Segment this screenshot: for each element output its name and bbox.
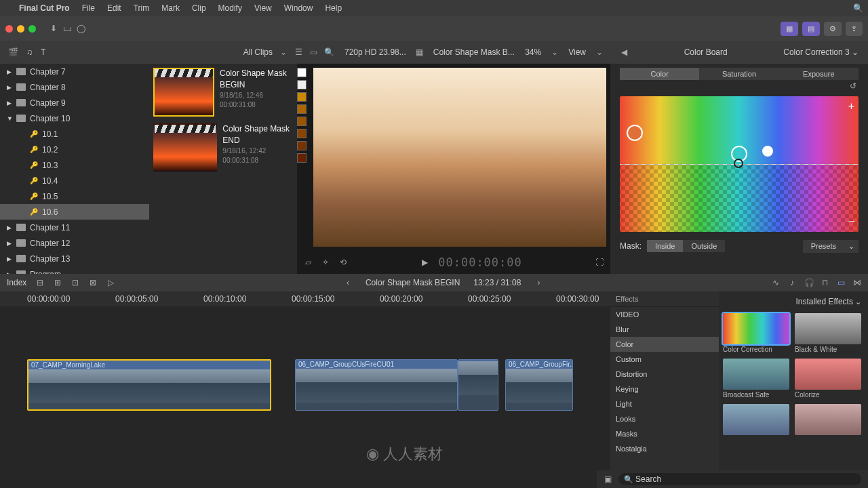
tab-saturation[interactable]: Saturation	[699, 68, 778, 80]
effects-category[interactable]: Distortion	[610, 367, 719, 382]
overwrite-icon[interactable]: ⊠	[89, 278, 97, 287]
color-puck-shadows[interactable]	[627, 125, 643, 141]
snap-icon[interactable]: ⊓	[821, 278, 829, 287]
close-window[interactable]	[5, 25, 13, 33]
color-puck-highlights[interactable]	[762, 146, 773, 157]
clip-settings-icon[interactable]: ▦	[416, 47, 424, 57]
transform-icon[interactable]: ▱	[304, 258, 312, 267]
effects-category[interactable]: Blur	[610, 322, 719, 337]
menu-trim[interactable]: Trim	[134, 3, 150, 13]
sidebar-item[interactable]: ▶Chapter 12	[0, 235, 149, 251]
audio-skim-icon[interactable]: ♪	[788, 278, 796, 287]
keyword-icon[interactable]: ⌴	[63, 24, 71, 33]
sidebar-item[interactable]: ▶Chapter 7	[0, 64, 149, 79]
timeline-clip[interactable]: 06_CAMP_GroupFir...	[505, 359, 573, 411]
fullscreen-icon[interactable]: ⛶	[595, 258, 604, 267]
retime-icon[interactable]: ⟲	[339, 258, 347, 267]
correction-menu[interactable]: Color Correction 3 ⌄	[783, 47, 859, 57]
sidebar-item[interactable]: ▼Chapter 10	[0, 110, 149, 126]
layout-inspector[interactable]: ⚙	[824, 22, 842, 36]
crop-icon[interactable]: ✧	[321, 258, 330, 267]
sidebar-item[interactable]: 🔑10.5	[0, 188, 149, 204]
insert-icon[interactable]: ⊞	[54, 278, 62, 287]
chevron-down-icon[interactable]: ⌄	[551, 47, 559, 57]
chevron-down-icon[interactable]: ⌄	[279, 47, 288, 57]
timeline[interactable]: 00:00:00:0000:00:05:0000:00:10:0000:00:1…	[0, 291, 610, 488]
menu-window[interactable]: Window	[284, 3, 313, 13]
viewer-canvas[interactable]	[313, 68, 606, 247]
index-button[interactable]: Index	[7, 278, 26, 287]
zoom-level[interactable]: 34%	[525, 47, 541, 57]
browser-clip[interactable]: Color Shape Mask END9/18/16, 12:4200:00:…	[153, 123, 293, 172]
minimize-window[interactable]	[17, 25, 24, 33]
panel-icon[interactable]: ▣	[604, 474, 612, 484]
color-board[interactable]: + −	[620, 96, 859, 232]
solo-icon[interactable]: 🎧	[804, 278, 812, 287]
effect-item[interactable]	[723, 404, 789, 436]
connect-icon[interactable]: ⊟	[36, 278, 44, 287]
timeline-clip[interactable]	[458, 359, 498, 411]
inspector-back-icon[interactable]: ◀	[620, 47, 628, 57]
sidebar-item[interactable]: 🔑10.1	[0, 126, 149, 142]
photos-icon[interactable]: ♫	[26, 47, 33, 57]
effects-category[interactable]: Nostalgia	[610, 441, 719, 456]
menu-clip[interactable]: Clip	[192, 3, 206, 13]
effects-category[interactable]: Looks	[610, 411, 719, 426]
swatch[interactable]	[297, 141, 307, 150]
sidebar-item[interactable]: ▶Chapter 8	[0, 79, 149, 95]
share-button[interactable]: ⇪	[846, 22, 863, 36]
effects-category[interactable]: Keying	[610, 382, 719, 396]
tab-exposure[interactable]: Exposure	[779, 68, 859, 80]
effects-category[interactable]: Custom	[610, 352, 719, 367]
timeline-clip[interactable]: 07_CAMP_MorningLake	[27, 359, 271, 411]
sidebar-item[interactable]: ▶Chapter 9	[0, 95, 149, 110]
effect-item[interactable]: Colorize	[795, 359, 861, 399]
timeline-clip[interactable]: 06_CAMP_GroupCUsFireCU01	[295, 359, 458, 411]
view-menu[interactable]: View	[568, 47, 586, 57]
reset-icon[interactable]: ↺	[849, 81, 857, 91]
timecode[interactable]: 00:00:00:00	[438, 256, 522, 269]
search-icon[interactable]: 🔍	[324, 47, 332, 57]
library-icon[interactable]: 🎬	[8, 47, 18, 57]
swatch[interactable]	[297, 92, 307, 102]
list-view-icon[interactable]: ☰	[294, 47, 302, 57]
history-fwd-icon[interactable]: ›	[534, 278, 542, 287]
search-icon[interactable]: 🔍	[853, 3, 861, 13]
color-puck-global[interactable]	[734, 159, 743, 168]
layout-browser[interactable]: ▦	[781, 22, 798, 36]
effect-item[interactable]: Black & White	[795, 313, 861, 353]
menu-modify[interactable]: Modify	[218, 3, 242, 13]
swatch[interactable]	[297, 117, 307, 126]
effects-icon[interactable]: ▭	[837, 278, 845, 287]
menu-help[interactable]: Help	[325, 3, 342, 13]
swatch[interactable]	[297, 129, 307, 138]
filmstrip-icon[interactable]: ▭	[309, 47, 317, 57]
effect-item[interactable]: Broadcast Safe	[723, 359, 789, 399]
mask-inside[interactable]: Inside	[647, 240, 683, 252]
menu-file[interactable]: File	[82, 3, 95, 13]
sidebar-item[interactable]: ▶Chapter 11	[0, 220, 149, 235]
append-icon[interactable]: ⊡	[71, 278, 79, 287]
clip-filter[interactable]: All Clips	[243, 47, 273, 57]
layout-timeline[interactable]: ▤	[802, 22, 820, 36]
timeline-ruler[interactable]: 00:00:00:0000:00:05:0000:00:10:0000:00:1…	[0, 291, 610, 306]
sidebar-item[interactable]: 🔑10.3	[0, 157, 149, 173]
transitions-icon[interactable]: ⋈	[853, 278, 861, 287]
menu-view[interactable]: View	[254, 3, 272, 13]
effect-item[interactable]	[795, 404, 861, 436]
installed-effects-label[interactable]: Installed Effects ⌄	[723, 296, 864, 308]
mask-outside[interactable]: Outside	[683, 240, 725, 252]
effects-category[interactable]: Masks	[610, 426, 719, 441]
zoom-window[interactable]	[28, 25, 36, 33]
sidebar-item[interactable]: 🔑10.4	[0, 173, 149, 188]
effects-category[interactable]: VIDEO	[610, 307, 719, 322]
history-back-icon[interactable]: ‹	[344, 278, 352, 287]
tab-color[interactable]: Color	[620, 68, 699, 80]
import-icon[interactable]: ⬇	[50, 24, 58, 33]
skimming-icon[interactable]: ∿	[772, 278, 780, 287]
effect-item[interactable]: Color Correction	[723, 313, 789, 353]
bg-tasks-icon[interactable]: ◯	[77, 24, 85, 33]
menu-mark[interactable]: Mark	[161, 3, 180, 13]
app-name[interactable]: Final Cut Pro	[19, 3, 70, 13]
sidebar-item[interactable]: ▶Program	[0, 266, 149, 274]
